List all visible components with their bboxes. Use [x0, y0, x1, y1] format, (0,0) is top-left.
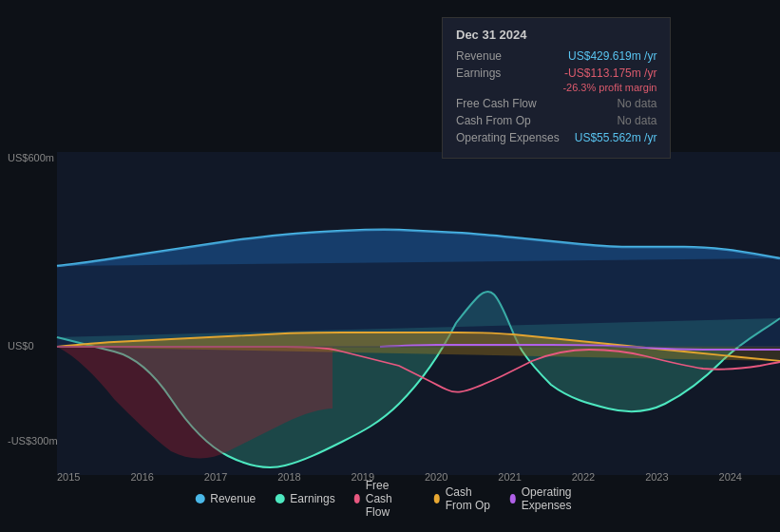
x-label-2024: 2024: [719, 471, 742, 483]
chart-svg: [0, 152, 780, 475]
tooltip-value-cashfromop: No data: [617, 114, 656, 127]
tooltip-value-fcf: No data: [617, 97, 656, 110]
legend-label-opex: Operating Expenses: [522, 485, 585, 512]
tooltip-date: Dec 31 2024: [456, 28, 656, 42]
tooltip-label-earnings: Earnings: [456, 66, 501, 80]
tooltip-value-revenue: US$429.619m /yr: [568, 49, 656, 63]
tooltip-label-opex: Operating Expenses: [456, 131, 560, 144]
legend-dot-revenue: [195, 494, 204, 504]
legend-cashfromop: Cash From Op: [434, 485, 491, 512]
tooltip-row-revenue: Revenue US$429.619m /yr: [456, 49, 656, 63]
legend-dot-earnings: [275, 494, 284, 504]
x-label-2023: 2023: [645, 471, 668, 483]
legend-opex: Operating Expenses: [510, 485, 585, 512]
legend-dot-cashfromop: [434, 494, 440, 504]
profit-margin: -26.3% profit margin: [456, 82, 656, 93]
legend-dot-fcf: [354, 494, 360, 504]
legend-label-revenue: Revenue: [210, 492, 256, 505]
legend-dot-opex: [510, 494, 516, 504]
tooltip-label-fcf: Free Cash Flow: [456, 97, 537, 110]
tooltip-value-earnings: -US$113.175m /yr: [564, 66, 656, 80]
x-label-2015: 2015: [57, 471, 80, 483]
legend-label-cashfromop: Cash From Op: [446, 485, 491, 512]
tooltip-row-cashfromop: Cash From Op No data: [456, 114, 656, 127]
tooltip-box: Dec 31 2024 Revenue US$429.619m /yr Earn…: [442, 17, 671, 159]
tooltip-row-earnings: Earnings -US$113.175m /yr: [456, 66, 656, 80]
legend-revenue: Revenue: [195, 492, 256, 505]
legend-label-fcf: Free Cash Flow: [366, 479, 415, 519]
tooltip-value-opex: US$55.562m /yr: [575, 131, 657, 144]
tooltip-row-fcf: Free Cash Flow No data: [456, 97, 656, 110]
chart-container: Dec 31 2024 Revenue US$429.619m /yr Earn…: [0, 0, 780, 532]
legend-label-earnings: Earnings: [290, 492, 334, 505]
tooltip-row-opex: Operating Expenses US$55.562m /yr: [456, 131, 656, 144]
tooltip-label-cashfromop: Cash From Op: [456, 114, 531, 127]
legend-earnings: Earnings: [275, 492, 334, 505]
legend: Revenue Earnings Free Cash Flow Cash Fro…: [195, 479, 585, 519]
x-label-2016: 2016: [130, 471, 153, 483]
tooltip-label-revenue: Revenue: [456, 49, 502, 63]
legend-fcf: Free Cash Flow: [354, 479, 415, 519]
